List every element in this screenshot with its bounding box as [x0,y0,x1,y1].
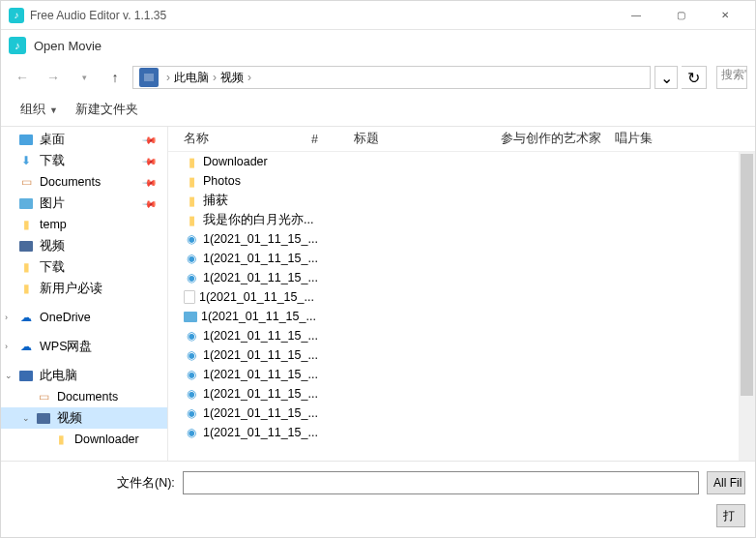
expand-icon[interactable]: › [5,313,8,322]
file-name: 1(2021_01_11_15_... [199,290,314,304]
sidebar-item-wps[interactable]: ›☁WPS网盘 [1,336,167,357]
dialog-title: Open Movie [34,39,102,53]
pc-icon [19,371,33,381]
pin-icon: 📌 [142,174,158,190]
sidebar-item-temp[interactable]: ▮temp [1,214,167,235]
video-icon [19,241,33,252]
sidebar-item-downloads[interactable]: ⬇下载📌 [1,150,167,171]
refresh-button[interactable]: ↻ [682,66,707,89]
file-row[interactable]: ◉1(2021_01_11_15_... [168,345,755,365]
image-file-icon [184,312,197,322]
file-row[interactable]: ▮Photos [168,171,755,191]
chevron-right-icon: › [166,71,170,84]
folder-icon: ▮ [184,173,199,189]
file-name: 1(2021_01_11_15_... [203,329,318,343]
nav-up-button[interactable]: ↑ [102,65,129,90]
file-name: Downloader [203,155,268,168]
file-row[interactable]: 1(2021_01_11_15_... [168,287,755,307]
close-button[interactable]: ✕ [703,1,747,30]
svg-rect-0 [144,74,154,81]
organize-label: 组织 [20,102,45,118]
file-name: 1(2021_01_11_15_... [203,387,318,401]
file-row[interactable]: ◉1(2021_01_11_15_... [168,229,755,249]
file-row[interactable]: ◉1(2021_01_11_15_... [168,365,755,384]
chevron-down-icon: ▼ [49,105,58,115]
file-row[interactable]: ▮捕获 [168,191,755,210]
filename-input[interactable] [183,471,699,494]
file-row[interactable]: ◉1(2021_01_11_15_... [168,326,755,345]
breadcrumb-seg[interactable]: 此电脑 [174,70,209,86]
media-file-icon: ◉ [184,270,199,285]
media-file-icon: ◉ [184,231,199,247]
sidebar-item-pc-downloader[interactable]: ▮Downloader [1,429,167,450]
sidebar-item-pc-videos[interactable]: ⌄视频 [1,407,167,429]
sidebar-item-thispc[interactable]: ⌄此电脑 [1,365,167,386]
media-file-icon: ◉ [184,405,199,421]
media-file-icon: ◉ [184,251,199,266]
media-file-icon: ◉ [184,425,199,440]
file-row[interactable]: ◉1(2021_01_11_15_... [168,384,755,404]
minimize-button[interactable]: — [614,1,658,30]
maximize-button[interactable]: ▢ [658,1,703,30]
new-folder-button[interactable]: 新建文件夹 [70,100,144,120]
file-row[interactable]: ▮我是你的白月光亦... [168,210,755,229]
scrollbar-thumb[interactable] [741,154,753,396]
picture-icon [19,198,33,209]
column-album[interactable]: 唱片集 [607,131,755,147]
sidebar-item-newuser[interactable]: ▮新用户必读 [1,278,167,299]
folder-icon: ▮ [184,154,199,169]
collapse-icon[interactable]: ⌄ [5,371,13,380]
cloud-icon: ☁ [18,339,34,354]
document-icon: ▭ [18,174,34,190]
nav-recent-button[interactable]: ▾ [71,65,98,90]
desktop-icon [19,134,33,145]
file-list: ▮Downloader▮Photos▮捕获▮我是你的白月光亦...◉1(2021… [168,152,755,461]
open-button[interactable]: 打 [716,504,745,527]
vertical-scrollbar[interactable] [739,152,755,461]
expand-icon[interactable]: › [5,342,8,351]
download-icon: ⬇ [18,153,34,168]
sidebar-item-desktop[interactable]: 桌面📌 [1,129,167,150]
search-input[interactable]: 搜索"视 [716,66,747,89]
file-name: 1(2021_01_11_15_... [203,232,318,246]
folder-icon: ▮ [18,281,34,296]
sidebar-item-videos[interactable]: 视频 [1,235,167,256]
sidebar-item-documents[interactable]: ▭Documents📌 [1,171,167,193]
file-name: Photos [203,174,241,188]
breadcrumb[interactable]: › 此电脑 › 视频 › [132,66,651,89]
file-name: 捕获 [203,193,228,209]
breadcrumb-dropdown[interactable]: ⌄ [654,66,678,89]
collapse-icon[interactable]: ⌄ [22,413,30,423]
nav-back-button[interactable]: ← [9,65,36,90]
file-row[interactable]: ▮Downloader [168,152,755,171]
column-title[interactable]: 标题 [346,131,493,147]
column-num[interactable]: # [304,133,346,146]
dialog-icon: ♪ [9,37,26,54]
file-name: 1(2021_01_11_15_... [201,310,316,323]
sidebar-item-pictures[interactable]: 图片📌 [1,193,167,214]
breadcrumb-seg[interactable]: 视频 [220,70,244,86]
file-row[interactable]: 1(2021_01_11_15_... [168,307,755,326]
filetype-dropdown[interactable]: All Fil [707,471,745,494]
file-name: 1(2021_01_11_15_... [203,426,318,439]
column-artist[interactable]: 参与创作的艺术家 [493,131,607,147]
sidebar-item-pc-documents[interactable]: ▭Documents [1,386,167,407]
sidebar-item-onedrive[interactable]: ›☁OneDrive [1,307,167,328]
file-name: 我是你的白月光亦... [203,212,313,228]
sidebar-item-downloads2[interactable]: ▮下载 [1,256,167,278]
file-row[interactable]: ◉1(2021_01_11_15_... [168,268,755,287]
file-name: 1(2021_01_11_15_... [203,406,318,420]
organize-menu[interactable]: 组织 ▼ [15,100,64,120]
file-row[interactable]: ◉1(2021_01_11_15_... [168,404,755,423]
chevron-right-icon: › [213,71,217,84]
pc-icon [139,68,159,87]
pin-icon: 📌 [142,132,158,147]
media-file-icon: ◉ [184,347,199,363]
cloud-icon: ☁ [18,310,34,325]
nav-forward-button[interactable]: → [40,65,67,90]
app-title: Free Audio Editor v. 1.1.35 [30,9,614,22]
column-name[interactable]: 名称 [168,131,304,147]
file-row[interactable]: ◉1(2021_01_11_15_... [168,423,755,442]
media-file-icon: ◉ [184,367,199,382]
file-row[interactable]: ◉1(2021_01_11_15_... [168,249,755,268]
